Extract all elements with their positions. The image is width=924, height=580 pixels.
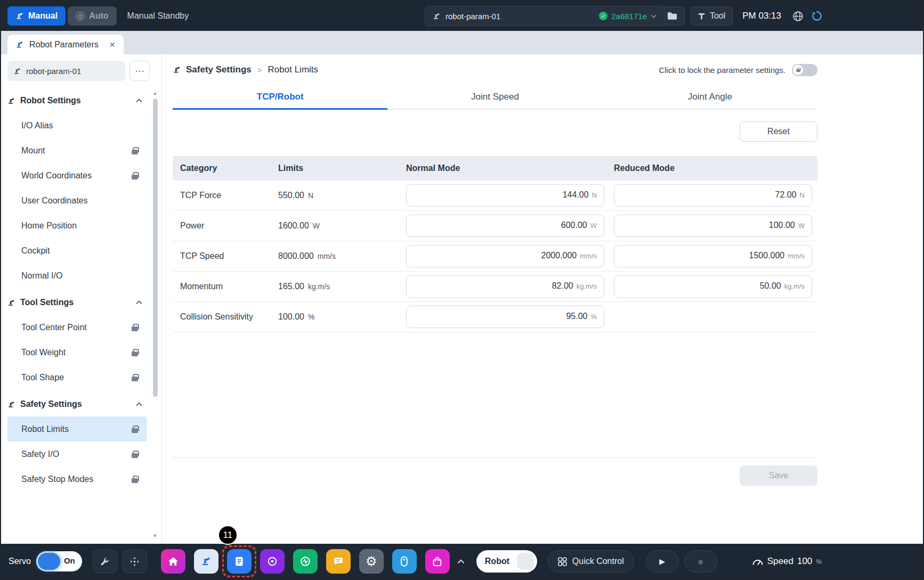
scroll-down-icon[interactable]: ▼ [153, 532, 158, 540]
manual-mode-button[interactable]: Manual [7, 6, 66, 26]
top-bar-right: Tool PM 03:13 [660, 6, 824, 26]
servo-toggle[interactable]: On [36, 551, 82, 571]
settings-app-icon[interactable]: ⚙ [359, 549, 384, 574]
robot-arm-icon [15, 40, 24, 49]
robot-arm-icon [7, 97, 15, 105]
tcp-force-reduced-input[interactable]: 72.00N [614, 184, 812, 207]
sidebar-item-tool-shape[interactable]: Tool Shape [7, 365, 147, 390]
power-normal-input[interactable]: 600.00W [406, 215, 604, 237]
more-options-button[interactable]: ⋯ [129, 61, 150, 81]
log-app-icon[interactable] [326, 549, 351, 574]
breadcrumb-parent[interactable]: Safety Settings [186, 64, 252, 75]
tool-button[interactable]: Tool [690, 6, 733, 26]
section-tool-settings[interactable]: Tool Settings [7, 290, 147, 315]
scroll-up-icon[interactable]: ▲ [153, 89, 158, 97]
app-dock: 11 ⚙ [161, 549, 450, 574]
auto-mode-button[interactable]: @ Auto [68, 6, 116, 26]
save-button[interactable]: Save [740, 465, 817, 486]
sidebar-item-robot-limits[interactable]: Robot Limits [7, 416, 147, 442]
sidebar-item-home-position[interactable]: Home Position [7, 213, 147, 238]
collision-sensitivity-normal-input[interactable]: 95.00% [406, 306, 604, 328]
power-reduced-input[interactable]: 100.00W [614, 215, 812, 237]
speed-control[interactable]: Speed 100 % [752, 556, 822, 567]
section-robot-settings[interactable]: Robot Settings [7, 88, 147, 113]
remote-control-app-icon[interactable] [392, 549, 417, 574]
check-icon: ✓ [599, 12, 607, 20]
limit-value: 1600.00 [278, 221, 309, 231]
limit-unit: W [313, 222, 320, 230]
section-safety-settings[interactable]: Safety Settings [7, 392, 147, 416]
parameter-lock-toggle[interactable] [792, 64, 817, 76]
chevron-up-icon [136, 99, 142, 103]
tcp-force-normal-input[interactable]: 144.00N [406, 184, 604, 207]
play-icon: ▶ [659, 557, 665, 566]
sidebar-item-world-coordinates[interactable]: World Coordinates [7, 163, 147, 188]
active-program-pill[interactable]: robot-param-01 ✓ 2a68171e [425, 6, 664, 26]
tab-joint-angle[interactable]: Joint Angle [603, 85, 817, 109]
sidebar-item-normal-io[interactable]: Normal I/O [7, 263, 147, 288]
program-name: robot-param-01 [26, 67, 81, 76]
bottom-dock: Servo On 11 ⚙ Ro [1, 544, 923, 579]
sidebar-item-cockpit[interactable]: Cockpit [7, 238, 147, 263]
version-selector[interactable]: ✓ 2a68171e [599, 12, 656, 21]
momentum-reduced-input[interactable]: 50.00kg.m/s [614, 275, 812, 298]
tool-setup-button[interactable] [93, 550, 117, 573]
folder-icon [667, 12, 677, 20]
store-app-icon[interactable] [425, 549, 450, 574]
play-button[interactable]: ▶ [646, 550, 679, 573]
header-normal-mode: Normal Mode [402, 164, 610, 173]
jog-arrows-icon [129, 557, 140, 567]
tcp-speed-normal-input[interactable]: 2000.000mm/s [406, 245, 604, 267]
sidebar-item-tool-weight[interactable]: Tool Weight [7, 340, 147, 365]
robot-arm-icon [7, 401, 15, 409]
network-globe-icon[interactable] [791, 9, 805, 23]
lock-hint-text: Click to lock the parameter settings. [659, 66, 785, 75]
table-row-power: Power 1600.00W 600.00W 100.00W [173, 211, 817, 241]
tab-tcp-robot[interactable]: TCP/Robot [173, 85, 387, 109]
robot-selector-label: Robot [485, 557, 509, 566]
sidebar-scrollbar[interactable]: ▲ ▼ [151, 89, 159, 540]
dock-expand-chevron-icon[interactable] [457, 559, 465, 564]
section-label: Robot Settings [20, 96, 81, 105]
manual-mode-label: Manual [28, 11, 58, 21]
robot-selector[interactable]: Robot [476, 550, 537, 573]
sidebar-item-mount[interactable]: Mount [7, 138, 147, 163]
home-app-icon[interactable] [161, 549, 185, 574]
task-editor-app-icon[interactable] [227, 549, 252, 574]
sidebar-item-safety-io[interactable]: Safety I/O [7, 442, 147, 467]
limit-unit: kg.m/s [308, 282, 330, 291]
program-name-field[interactable]: robot-param-01 [7, 61, 125, 81]
lock-icon [132, 175, 138, 179]
lock-icon [132, 478, 138, 483]
row-category: Momentum [173, 282, 274, 291]
speed-unit: % [816, 558, 822, 566]
robot-arm-icon [433, 12, 441, 20]
robot-parameters-app-icon[interactable] [194, 549, 218, 574]
quick-control-button[interactable]: Quick Control [548, 550, 634, 573]
close-icon[interactable]: ✕ [109, 40, 116, 49]
speed-label: Speed [767, 556, 793, 567]
sidebar-item-io-alias[interactable]: I/O Alias [7, 113, 147, 138]
limit-unit: mm/s [318, 252, 336, 260]
robot-arm-icon [15, 12, 24, 20]
stop-icon: ■ [698, 557, 703, 566]
breadcrumb-current: Robot Limits [268, 64, 318, 75]
tab-joint-speed[interactable]: Joint Speed [387, 85, 602, 109]
momentum-normal-input[interactable]: 82.00kg.m/s [406, 275, 604, 298]
jog-target-app-icon[interactable] [260, 549, 285, 574]
monitoring-app-icon[interactable] [293, 549, 318, 574]
stop-button[interactable]: ■ [684, 550, 717, 573]
robot-arm-icon [7, 299, 15, 307]
reset-button[interactable]: Reset [740, 121, 817, 142]
table-row-collision-sensitivity: Collision Sensitivity 100.00% 95.00% [173, 302, 817, 332]
tab-robot-parameters[interactable]: Robot Parameters ✕ [7, 35, 124, 54]
sidebar-item-tool-center-point[interactable]: Tool Center Point [7, 315, 147, 340]
scrollbar-thumb[interactable] [153, 99, 158, 397]
sidebar-item-user-coordinates[interactable]: User Coordinates [7, 188, 147, 213]
tcp-speed-reduced-input[interactable]: 1500.000mm/s [614, 245, 812, 267]
parameter-sidebar: robot-param-01 ⋯ Robot Settings I/O Alia… [1, 54, 162, 544]
sidebar-item-safety-stop-modes[interactable]: Safety Stop Modes [7, 467, 147, 492]
chevron-up-icon [136, 402, 142, 406]
jog-button[interactable] [123, 550, 147, 573]
power-cycle-icon[interactable] [810, 9, 824, 23]
